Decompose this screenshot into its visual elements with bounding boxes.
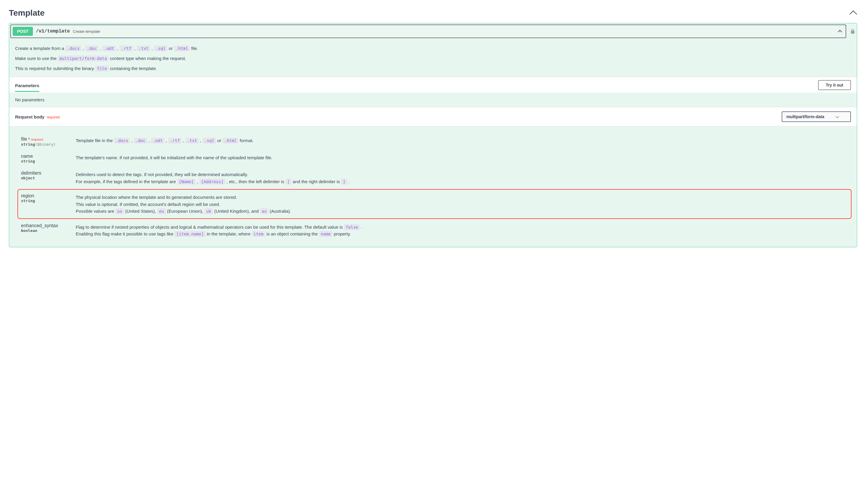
field-type: string [21, 142, 35, 147]
field-description: Delimiters used to detect the tags. If n… [76, 171, 848, 185]
desc-text: This is required for submitting the bina… [15, 66, 95, 71]
tag-token: [Name] [177, 179, 196, 185]
field-format: ($binary) [35, 142, 56, 147]
name-token: name [319, 231, 333, 237]
ext-token: .html [222, 138, 238, 144]
delim-token: [ [286, 179, 291, 185]
required-label: required [31, 138, 43, 141]
field-type: object [21, 176, 70, 180]
field-region: region string The physical location wher… [18, 189, 852, 219]
field-name: region [21, 193, 70, 198]
desc-text: Possible values are [76, 209, 115, 214]
required-tag: required [47, 115, 60, 119]
desc-text: (United Kingdom), and [213, 209, 260, 214]
desc-text: Delimiters used to detect the tags. If n… [76, 171, 848, 178]
required-star: * [28, 137, 30, 141]
field-description: The physical location where the template… [76, 193, 848, 215]
desc-text: file. [191, 46, 198, 51]
field-type: boolean [21, 228, 70, 233]
ext-token: .txt [137, 46, 150, 51]
field-description: Template file in the .docx , .doc , .odt… [76, 137, 848, 144]
field-name: delimiters [21, 171, 70, 176]
field-type: string [21, 198, 70, 203]
tag-token: [Address] [199, 179, 225, 185]
desc-text: is an object containing the [266, 231, 319, 236]
desc-text: in the template, where [207, 231, 252, 236]
desc-text: Enabling this flag make it possible to u… [76, 231, 175, 236]
desc-text: Make sure to use the [15, 56, 58, 61]
field-enhanced-syntax: enhanced_syntax boolean Flag to determin… [18, 219, 851, 241]
field-description: Flag to determine if nested properties o… [76, 223, 848, 238]
desc-text: content type when making the request. [110, 56, 186, 61]
multipart-token: multipart/form-data [58, 56, 109, 61]
region-token: au [260, 208, 268, 214]
desc-text: . [361, 225, 362, 230]
ext-token: .doc [85, 46, 99, 51]
chevron-down-icon [835, 115, 839, 118]
item-name-token: [item.name] [175, 231, 206, 237]
ext-token: .docx [65, 46, 81, 51]
http-method-badge: POST [13, 27, 33, 36]
request-body-bar: Request body required multipart/form-dat… [9, 107, 857, 126]
ext-token: .txt [186, 138, 199, 144]
content-type-select[interactable]: multipart/form-data [782, 111, 851, 122]
desc-text: For example, if the tags defined in the … [76, 179, 177, 184]
desc-text: property. [334, 231, 351, 236]
field-name: name [21, 153, 70, 159]
desc-text: (United States), [124, 209, 157, 214]
parameters-tab[interactable]: Parameters [15, 81, 39, 92]
content-type-value: multipart/form-data [786, 114, 824, 119]
section-title: Template [9, 8, 45, 18]
desc-text: , etc., then the left delimiter is [226, 179, 286, 184]
field-name-param: name string The template's name. If not … [18, 150, 851, 167]
desc-text: The physical location where the template… [76, 194, 848, 201]
ext-token: .html [174, 46, 190, 51]
region-token: eu [157, 208, 166, 214]
false-token: false [344, 224, 360, 230]
ext-token: .odt [151, 138, 165, 144]
lock-icon[interactable] [850, 24, 856, 38]
delim-token: ] [341, 179, 347, 185]
opblock-summary[interactable]: POST /v1/template Create template [10, 24, 846, 38]
parameters-bar: Parameters Try it out [9, 77, 857, 92]
ext-token: .rtf [168, 138, 181, 144]
ext-token: .odt [102, 46, 116, 51]
description-block: Create a template from a .docx , .doc , … [9, 39, 857, 77]
desc-text: Template file in the [76, 138, 114, 143]
desc-text: (Australia). [268, 209, 291, 214]
ext-token: .docx [114, 138, 130, 144]
ext-token: .doc [134, 138, 147, 144]
endpoint-summary: Create template [73, 29, 100, 34]
field-description: The template's name. If not provided, it… [76, 153, 848, 161]
field-delimiters: delimiters object Delimiters used to det… [18, 167, 851, 188]
desc-text: or [218, 138, 221, 143]
region-token: us [115, 208, 124, 214]
ext-token: .rtf [120, 46, 133, 51]
field-name: enhanced_syntax [21, 223, 70, 228]
file-token: file [95, 66, 109, 71]
collapse-section-icon[interactable] [851, 9, 857, 17]
endpoint-path: /v1/template [36, 28, 70, 34]
desc-text: format. [240, 138, 254, 143]
desc-text: or [169, 46, 173, 51]
opblock-body: Create a template from a .docx , .doc , … [9, 39, 857, 247]
desc-text: . [348, 179, 349, 184]
ext-token: .sql [203, 138, 216, 144]
desc-text: Create a template from a [15, 46, 65, 51]
desc-text: and the right delimiter is [293, 179, 341, 184]
no-parameters-text: No parameters [9, 92, 857, 107]
desc-text: containing the template. [110, 66, 157, 71]
opblock-post-template: POST /v1/template Create template Create… [9, 23, 857, 247]
region-token: uk [204, 208, 213, 214]
fields-area: file * required string($binary) Template… [9, 126, 857, 241]
field-name: file [21, 137, 27, 141]
ext-token: .sql [154, 46, 168, 51]
field-file: file * required string($binary) Template… [18, 133, 851, 150]
request-body-label: Request body [15, 114, 44, 119]
desc-text: This value is optional. If omitted, the … [76, 201, 848, 208]
section-header: Template [9, 6, 857, 23]
item-token: item [252, 231, 265, 237]
collapse-opblock-icon[interactable] [839, 29, 843, 33]
field-type: string [21, 159, 70, 163]
try-it-out-button[interactable]: Try it out [818, 80, 851, 90]
